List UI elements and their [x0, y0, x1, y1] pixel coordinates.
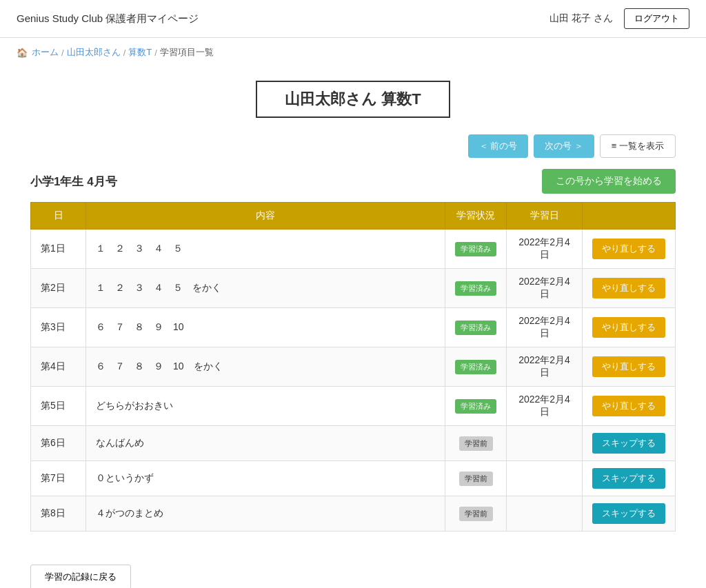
status-badge: 学習済み: [455, 321, 496, 335]
cell-action: スキップする: [583, 496, 676, 531]
cell-action: やり直しする: [583, 269, 676, 308]
cell-content: １ ２ ３ ４ ５ をかく: [86, 269, 445, 308]
cell-status: 学習前: [445, 426, 507, 461]
cell-day: 第6日: [31, 426, 86, 461]
cell-content: ４がつのまとめ: [86, 496, 445, 531]
col-header-action: [583, 203, 676, 230]
cell-content: ６ ７ ８ ９ 10 をかく: [86, 347, 445, 387]
cell-day: 第7日: [31, 461, 86, 496]
list-view-button[interactable]: ≡ 一覧を表示: [600, 134, 676, 158]
header-right: 山田 花子 さん ログアウト: [549, 8, 689, 29]
logout-button[interactable]: ログアウト: [624, 8, 689, 29]
home-icon: 🏠: [17, 48, 28, 58]
table-row: 第2日１ ２ ３ ４ ５ をかく学習済み2022年2月4日やり直しする: [31, 269, 676, 308]
status-badge: 学習済み: [455, 399, 496, 414]
cell-action: やり直しする: [583, 387, 676, 426]
cell-action: やり直しする: [583, 308, 676, 347]
redo-button[interactable]: やり直しする: [592, 239, 665, 259]
status-badge: 学習済み: [455, 242, 496, 256]
section-header: 小学1年生 4月号 この号から学習を始める: [30, 169, 676, 194]
cell-day: 第3日: [31, 308, 86, 347]
cell-action: スキップする: [583, 426, 676, 461]
status-badge: 学習済み: [455, 360, 496, 374]
cell-status: 学習済み: [445, 269, 507, 308]
status-badge: 学習済み: [455, 281, 496, 296]
table-row: 第6日なんばんめ学習前スキップする: [31, 426, 676, 461]
cell-date: [507, 426, 583, 461]
cell-date: [507, 496, 583, 531]
cell-status: 学習済み: [445, 308, 507, 347]
page-title: 山田太郎さん 算数T: [256, 81, 450, 118]
cell-content: ０というかず: [86, 461, 445, 496]
cell-status: 学習済み: [445, 347, 507, 387]
redo-button[interactable]: やり直しする: [592, 356, 665, 377]
table-row: 第5日どちらがおおきい学習済み2022年2月4日やり直しする: [31, 387, 676, 426]
site-header: Genius Study Club 保護者用マイページ 山田 花子 さん ログア…: [0, 0, 706, 38]
page-heading-wrapper: 山田太郎さん 算数T: [0, 81, 706, 118]
col-header-status: 学習状況: [445, 203, 507, 230]
cell-date: 2022年2月4日: [507, 230, 583, 269]
status-badge: 学習前: [459, 436, 493, 451]
skip-button[interactable]: スキップする: [592, 503, 665, 524]
cell-status: 学習前: [445, 496, 507, 531]
table-row: 第3日６ ７ ８ ９ 10学習済み2022年2月4日やり直しする: [31, 308, 676, 347]
cell-content: どちらがおおきい: [86, 387, 445, 426]
table-row: 第1日１ ２ ３ ４ ５学習済み2022年2月4日やり直しする: [31, 230, 676, 269]
cell-action: スキップする: [583, 461, 676, 496]
nav-buttons: ＜ 前の号 次の号 ＞ ≡ 一覧を表示: [30, 134, 676, 158]
breadcrumb-current: 学習項目一覧: [160, 46, 214, 59]
skip-button[interactable]: スキップする: [592, 468, 665, 489]
cell-date: 2022年2月4日: [507, 387, 583, 426]
main-content: ＜ 前の号 次の号 ＞ ≡ 一覧を表示 小学1年生 4月号 この号から学習を始め…: [8, 134, 698, 588]
cell-day: 第1日: [31, 230, 86, 269]
redo-button[interactable]: やり直しする: [592, 317, 665, 338]
breadcrumb-student[interactable]: 山田太郎さん: [67, 46, 121, 59]
cell-date: 2022年2月4日: [507, 347, 583, 387]
cell-action: やり直しする: [583, 230, 676, 269]
header-user: 山田 花子 さん: [549, 12, 613, 25]
study-table: 日 内容 学習状況 学習日 第1日１ ２ ３ ４ ５学習済み2022年2月4日や…: [30, 202, 676, 531]
breadcrumb: 🏠 ホーム / 山田太郎さん / 算数T / 学習項目一覧: [0, 38, 706, 67]
cell-day: 第5日: [31, 387, 86, 426]
cell-date: [507, 461, 583, 496]
table-row: 第8日４がつのまとめ学習前スキップする: [31, 496, 676, 531]
cell-status: 学習前: [445, 461, 507, 496]
site-title: Genius Study Club 保護者用マイページ: [17, 12, 199, 26]
breadcrumb-home[interactable]: ホーム: [32, 46, 59, 59]
cell-content: ６ ７ ８ ９ 10: [86, 308, 445, 347]
cell-content: なんばんめ: [86, 426, 445, 461]
cell-action: やり直しする: [583, 347, 676, 387]
next-button[interactable]: 次の号 ＞: [534, 134, 594, 158]
cell-status: 学習済み: [445, 230, 507, 269]
col-header-content: 内容: [86, 203, 445, 230]
cell-day: 第2日: [31, 269, 86, 308]
redo-button[interactable]: やり直しする: [592, 278, 665, 298]
table-row: 第4日６ ７ ８ ９ 10 をかく学習済み2022年2月4日やり直しする: [31, 347, 676, 387]
cell-date: 2022年2月4日: [507, 308, 583, 347]
breadcrumb-subject[interactable]: 算数T: [128, 46, 152, 59]
skip-button[interactable]: スキップする: [592, 433, 665, 454]
back-button[interactable]: 学習の記録に戻る: [30, 565, 131, 588]
section-title: 小学1年生 4月号: [30, 174, 117, 190]
cell-day: 第8日: [31, 496, 86, 531]
status-badge: 学習前: [459, 472, 493, 486]
cell-day: 第4日: [31, 347, 86, 387]
cell-date: 2022年2月4日: [507, 269, 583, 308]
col-header-date: 学習日: [507, 203, 583, 230]
table-row: 第7日０というかず学習前スキップする: [31, 461, 676, 496]
start-learning-button[interactable]: この号から学習を始める: [542, 169, 676, 194]
prev-button[interactable]: ＜ 前の号: [468, 134, 529, 158]
redo-button[interactable]: やり直しする: [592, 396, 665, 416]
cell-content: １ ２ ３ ４ ５: [86, 230, 445, 269]
cell-status: 学習済み: [445, 387, 507, 426]
col-header-day: 日: [31, 203, 86, 230]
status-badge: 学習前: [459, 507, 493, 521]
